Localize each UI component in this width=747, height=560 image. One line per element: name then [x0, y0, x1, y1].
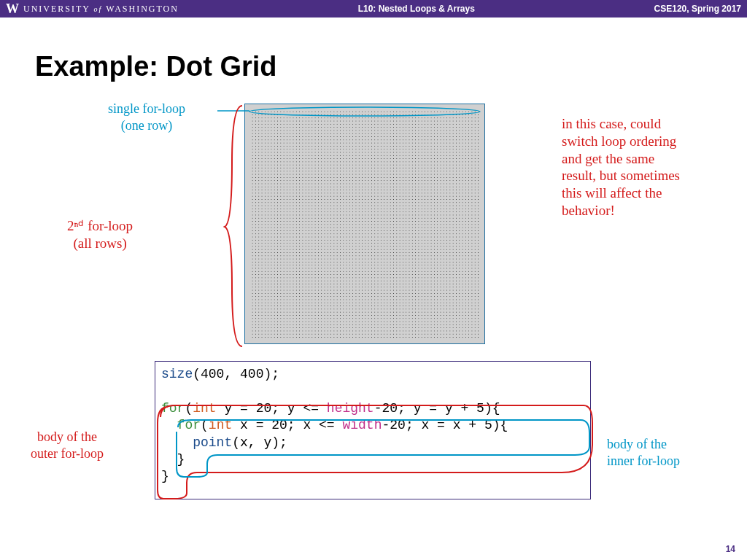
code-block: size(400, 400); for(int y = 20; y <= hei… — [155, 361, 591, 499]
brace-icon — [223, 104, 247, 349]
course-term: CSE120, Spring 2017 — [654, 4, 741, 14]
page-number: 14 — [726, 544, 735, 554]
lecture-title: L10: Nested Loops & Arrays — [358, 4, 475, 14]
page-title: Example: Dot Grid — [35, 51, 277, 82]
uw-logo: W — [6, 1, 19, 17]
dot-pattern — [251, 110, 479, 338]
annotation-single-loop: single for-loop(one row) — [108, 101, 185, 133]
slide-header: W UNIVERSITY of WASHINGTON L10: Nested L… — [0, 0, 747, 18]
annotation-body-outer: body of theouter for-loop — [31, 429, 104, 462]
university-name: UNIVERSITY of WASHINGTON — [23, 4, 179, 15]
annotation-right-note: in this case, couldswitch loop orderinga… — [562, 115, 722, 219]
annotation-body-inner: body of theinner for-loop — [607, 436, 680, 469]
dot-grid-output — [244, 104, 485, 344]
header-left: W UNIVERSITY of WASHINGTON — [6, 1, 179, 17]
annotation-second-loop: 2ⁿᵈ for-loop(all rows) — [67, 217, 133, 252]
